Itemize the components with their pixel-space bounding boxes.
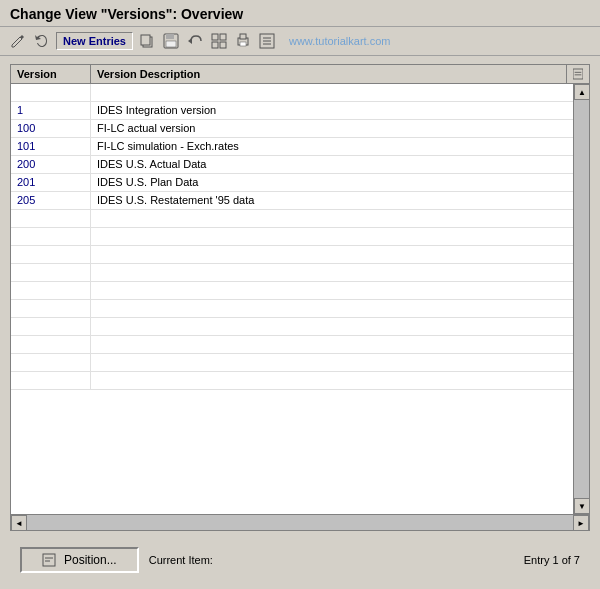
table-scroll-area[interactable]: 1 IDES Integration version 100 FI-LC act… (11, 84, 589, 514)
page-title: Change View "Versions": Overview (10, 6, 590, 22)
column-options-icon[interactable] (567, 65, 589, 83)
version-cell: 101 (11, 138, 91, 155)
svg-rect-7 (220, 34, 226, 40)
scroll-left-button[interactable]: ◄ (11, 515, 27, 531)
bottom-bar: Position... Current Item: Entry 1 of 7 (10, 539, 590, 581)
horiz-scroll-track[interactable] (27, 515, 573, 530)
desc-cell: IDES Integration version (91, 102, 573, 119)
pencil-icon[interactable] (8, 31, 28, 51)
position-button[interactable]: Position... (20, 547, 139, 573)
table-row[interactable]: 205 IDES U.S. Restatement '95 data (11, 192, 573, 210)
desc-cell (91, 84, 573, 101)
undo-icon[interactable] (185, 31, 205, 51)
table-row[interactable] (11, 336, 573, 354)
svg-rect-6 (212, 34, 218, 40)
desc-cell: IDES U.S. Plan Data (91, 174, 573, 191)
horizontal-scrollbar[interactable]: ◄ ► (11, 514, 589, 530)
svg-rect-9 (220, 42, 226, 48)
vertical-scrollbar[interactable]: ▲ ▼ (573, 84, 589, 514)
svg-rect-4 (166, 41, 176, 47)
save-icon[interactable] (161, 31, 181, 51)
content-area: Version Version Description (0, 56, 600, 589)
table-row[interactable] (11, 318, 573, 336)
grid-icon[interactable] (209, 31, 229, 51)
scroll-right-button[interactable]: ► (573, 515, 589, 531)
table-row[interactable]: 1 IDES Integration version (11, 102, 573, 120)
position-label: Position... (64, 553, 117, 567)
table-row[interactable] (11, 246, 573, 264)
scroll-track[interactable] (574, 100, 589, 498)
table-row[interactable] (11, 354, 573, 372)
new-entries-button[interactable]: New Entries (56, 32, 133, 50)
main-window: Change View "Versions": Overview New Ent… (0, 0, 600, 589)
table-row[interactable] (11, 264, 573, 282)
copy-icon[interactable] (137, 31, 157, 51)
data-table: Version Version Description (10, 64, 590, 531)
svg-marker-5 (188, 38, 192, 44)
table-header: Version Version Description (11, 65, 589, 84)
desc-cell: FI-LC simulation - Exch.rates (91, 138, 573, 155)
current-item-label: Current Item: (149, 554, 213, 566)
svg-rect-12 (240, 42, 246, 46)
version-cell (11, 84, 91, 101)
table-row[interactable]: 101 FI-LC simulation - Exch.rates (11, 138, 573, 156)
table-row[interactable] (11, 300, 573, 318)
toolbar: New Entries (0, 27, 600, 56)
table-row[interactable]: 100 FI-LC actual version (11, 120, 573, 138)
desc-cell: FI-LC actual version (91, 120, 573, 137)
version-cell: 205 (11, 192, 91, 209)
title-bar: Change View "Versions": Overview (0, 0, 600, 27)
table-row[interactable] (11, 84, 573, 102)
print-icon[interactable] (233, 31, 253, 51)
table-row[interactable] (11, 228, 573, 246)
version-column-header: Version (11, 65, 91, 83)
svg-rect-17 (573, 69, 583, 79)
svg-rect-20 (43, 554, 55, 566)
svg-rect-1 (141, 35, 150, 45)
description-column-header: Version Description (91, 65, 567, 83)
table-row[interactable] (11, 210, 573, 228)
table-row[interactable]: 200 IDES U.S. Actual Data (11, 156, 573, 174)
desc-cell: IDES U.S. Actual Data (91, 156, 573, 173)
svg-rect-3 (166, 34, 174, 39)
desc-cell: IDES U.S. Restatement '95 data (91, 192, 573, 209)
table-row[interactable]: 201 IDES U.S. Plan Data (11, 174, 573, 192)
version-cell: 201 (11, 174, 91, 191)
recycle-icon[interactable] (32, 31, 52, 51)
svg-rect-11 (240, 34, 246, 39)
version-cell: 200 (11, 156, 91, 173)
version-cell: 100 (11, 120, 91, 137)
version-cell: 1 (11, 102, 91, 119)
table-row[interactable] (11, 372, 573, 390)
entry-info: Entry 1 of 7 (524, 554, 580, 566)
svg-rect-8 (212, 42, 218, 48)
scroll-down-button[interactable]: ▼ (574, 498, 589, 514)
table-row[interactable] (11, 282, 573, 300)
watermark-text: www.tutorialkart.com (289, 35, 390, 47)
scroll-up-button[interactable]: ▲ (574, 84, 589, 100)
list-icon[interactable] (257, 31, 277, 51)
